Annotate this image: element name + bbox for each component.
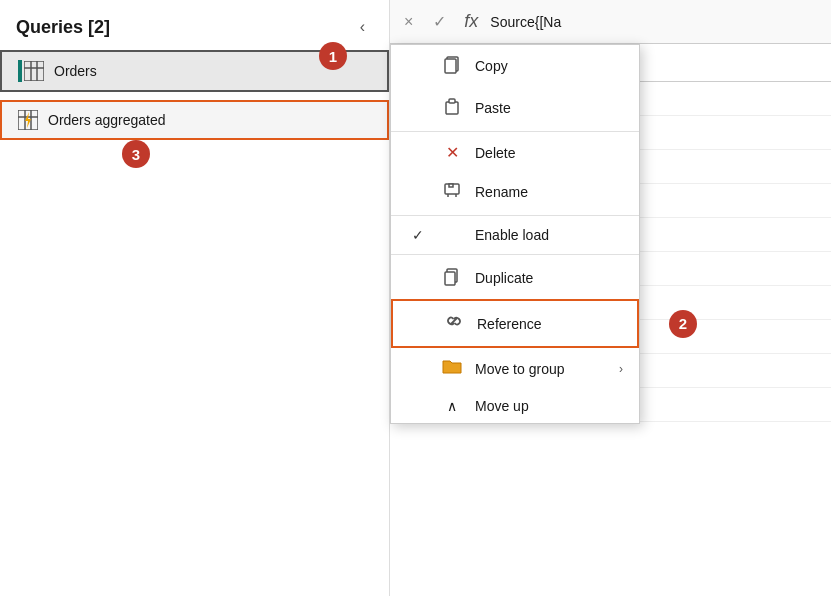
queries-title: Queries [2] — [16, 17, 110, 38]
svg-rect-18 — [449, 184, 453, 187]
svg-rect-22 — [445, 272, 455, 285]
menu-enable-load-label: Enable load — [475, 227, 549, 243]
svg-rect-16 — [449, 99, 455, 103]
table-aggregated-icon — [18, 110, 38, 130]
menu-item-reference[interactable]: Reference 2 — [391, 299, 639, 348]
menu-reference-label: Reference — [477, 316, 542, 332]
formula-cancel-button[interactable]: × — [398, 11, 419, 33]
orders-aggregated-icon — [18, 110, 38, 130]
menu-item-move-to-group[interactable]: Move to group › — [391, 348, 639, 389]
query-label-orders-aggregated: Orders aggregated — [48, 112, 166, 128]
duplicate-icon — [441, 266, 463, 290]
menu-duplicate-label: Duplicate — [475, 270, 533, 286]
move-up-icon: ∧ — [441, 398, 463, 414]
folder-icon — [441, 357, 463, 380]
context-menu: Copy Paste ✕ Delete Rename ✓ — [390, 44, 640, 424]
menu-move-up-label: Move up — [475, 398, 529, 414]
menu-copy-label: Copy — [475, 58, 508, 74]
right-panel: × ✓ fx 123 🔑 OrderID ▼ ABC C INET OMS A — [390, 0, 831, 596]
svg-rect-15 — [446, 102, 458, 114]
query-item-orders-aggregated[interactable]: Orders aggregated 3 — [0, 100, 389, 140]
query-label-orders: Orders — [54, 63, 97, 79]
menu-delete-label: Delete — [475, 145, 515, 161]
badge-2: 2 — [669, 310, 697, 338]
table-icon — [24, 61, 44, 81]
svg-rect-0 — [24, 61, 44, 81]
menu-separator-1 — [391, 131, 639, 132]
menu-item-move-up[interactable]: ∧ Move up — [391, 389, 639, 423]
paste-icon — [441, 96, 463, 120]
menu-separator-3 — [391, 254, 639, 255]
collapse-panel-button[interactable]: ‹ — [352, 14, 373, 40]
badge-3: 3 — [122, 140, 150, 168]
menu-item-duplicate[interactable]: Duplicate — [391, 257, 639, 299]
menu-item-paste[interactable]: Paste — [391, 87, 639, 129]
menu-item-rename[interactable]: Rename — [391, 171, 639, 213]
menu-item-enable-load[interactable]: ✓ Enable load — [391, 218, 639, 252]
orders-table-icon — [18, 60, 44, 82]
menu-move-to-group-label: Move to group — [475, 361, 565, 377]
badge-1: 1 — [319, 42, 347, 70]
formula-confirm-button[interactable]: ✓ — [427, 10, 452, 33]
fx-label: fx — [464, 11, 478, 32]
formula-bar: × ✓ fx — [390, 0, 831, 44]
menu-separator-2 — [391, 215, 639, 216]
move-to-group-arrow: › — [619, 362, 623, 376]
menu-rename-label: Rename — [475, 184, 528, 200]
svg-marker-8 — [25, 112, 31, 128]
menu-item-delete[interactable]: ✕ Delete — [391, 134, 639, 171]
query-item-orders[interactable]: Orders 1 — [0, 50, 389, 92]
delete-icon: ✕ — [441, 143, 463, 162]
rename-icon — [441, 180, 463, 204]
enable-load-checkmark: ✓ — [407, 227, 429, 243]
menu-paste-label: Paste — [475, 100, 511, 116]
copy-icon — [441, 54, 463, 78]
formula-input[interactable] — [490, 14, 823, 30]
svg-rect-14 — [445, 59, 456, 73]
reference-icon — [443, 310, 465, 337]
menu-item-copy[interactable]: Copy — [391, 45, 639, 87]
queries-panel: Queries [2] ‹ Orders 1 — [0, 0, 390, 596]
